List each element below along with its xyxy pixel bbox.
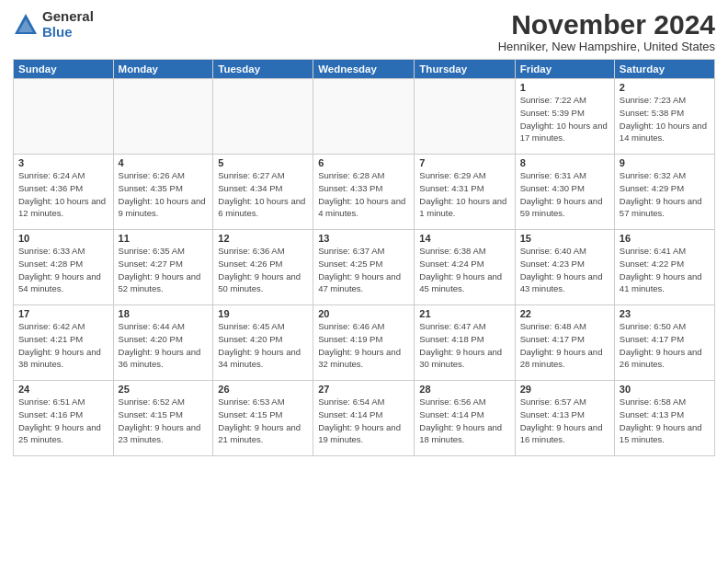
day-number: 15 [520,233,609,244]
day-info: Sunrise: 6:31 AMSunset: 4:30 PMDaylight:… [520,169,609,220]
day-info: Sunrise: 6:36 AMSunset: 4:26 PMDaylight:… [218,245,308,295]
calendar-cell: 8Sunrise: 6:31 AMSunset: 4:30 PMDaylight… [515,155,614,230]
info-line: Sunset: 4:20 PM [218,333,308,346]
day-info: Sunrise: 6:46 AMSunset: 4:19 PMDaylight:… [318,320,409,371]
info-line: Daylight: 9 hours and 26 minutes. [620,346,710,372]
day-number: 21 [419,308,509,319]
info-line: Daylight: 9 hours and 34 minutes. [218,346,308,372]
calendar-cell: 26Sunrise: 6:53 AMSunset: 4:15 PMDayligh… [213,381,313,456]
info-line: Sunset: 4:18 PM [419,333,509,346]
calendar-cell: 11Sunrise: 6:35 AMSunset: 4:27 PMDayligh… [113,230,213,305]
info-line: Sunset: 4:14 PM [318,408,409,421]
info-line: Sunrise: 6:40 AM [520,245,609,258]
day-number: 2 [620,82,710,93]
info-line: Daylight: 9 hours and 54 minutes. [18,270,108,296]
calendar-cell: 24Sunrise: 6:51 AMSunset: 4:16 PMDayligh… [14,381,114,456]
day-number: 13 [318,233,409,244]
info-line: Sunset: 5:39 PM [520,107,609,120]
calendar: Sunday Monday Tuesday Wednesday Thursday… [13,59,715,456]
info-line: Sunset: 4:15 PM [119,408,209,421]
info-line: Sunrise: 6:57 AM [520,396,609,408]
info-line: Daylight: 10 hours and 14 minutes. [620,120,710,145]
day-info: Sunrise: 6:40 AMSunset: 4:23 PMDaylight:… [520,245,609,295]
calendar-week-5: 24Sunrise: 6:51 AMSunset: 4:16 PMDayligh… [14,381,715,456]
day-info: Sunrise: 6:50 AMSunset: 4:17 PMDaylight:… [620,320,710,371]
calendar-week-3: 10Sunrise: 6:33 AMSunset: 4:28 PMDayligh… [14,230,715,305]
day-number: 1 [520,82,609,93]
info-line: Daylight: 10 hours and 1 minute. [419,195,509,221]
calendar-cell: 16Sunrise: 6:41 AMSunset: 4:22 PMDayligh… [614,230,714,305]
info-line: Sunrise: 6:33 AM [18,245,108,258]
info-line: Sunrise: 6:45 AM [218,320,308,333]
info-line: Sunset: 4:22 PM [620,258,710,270]
day-number: 20 [318,308,409,319]
info-line: Daylight: 9 hours and 36 minutes. [119,346,209,372]
info-line: Daylight: 9 hours and 50 minutes. [218,270,308,296]
info-line: Daylight: 9 hours and 32 minutes. [318,346,409,372]
calendar-cell: 27Sunrise: 6:54 AMSunset: 4:14 PMDayligh… [313,381,415,456]
info-line: Sunrise: 6:53 AM [218,396,308,408]
col-friday: Friday [515,60,614,79]
calendar-cell: 30Sunrise: 6:58 AMSunset: 4:13 PMDayligh… [614,381,714,456]
info-line: Daylight: 9 hours and 19 minutes. [318,421,409,447]
day-number: 26 [218,384,308,395]
col-wednesday: Wednesday [313,60,415,79]
calendar-week-1: 1Sunrise: 7:22 AMSunset: 5:39 PMDaylight… [14,79,715,155]
location-title: Henniker, New Hampshire, United States [498,40,715,53]
calendar-cell [213,79,313,155]
calendar-cell: 6Sunrise: 6:28 AMSunset: 4:33 PMDaylight… [313,155,415,230]
page: General Blue November 2024 Henniker, New… [0,0,728,465]
info-line: Sunset: 4:27 PM [119,258,209,270]
day-number: 25 [119,384,209,395]
calendar-cell [113,79,213,155]
calendar-cell: 13Sunrise: 6:37 AMSunset: 4:25 PMDayligh… [313,230,415,305]
day-info: Sunrise: 6:44 AMSunset: 4:20 PMDaylight:… [119,320,209,371]
calendar-cell: 10Sunrise: 6:33 AMSunset: 4:28 PMDayligh… [14,230,114,305]
info-line: Sunrise: 6:35 AM [119,245,209,258]
info-line: Daylight: 9 hours and 59 minutes. [520,195,609,221]
info-line: Sunset: 4:35 PM [119,182,209,195]
info-line: Sunset: 4:28 PM [18,258,108,270]
day-info: Sunrise: 7:23 AMSunset: 5:38 PMDaylight:… [620,94,710,144]
day-info: Sunrise: 6:45 AMSunset: 4:20 PMDaylight:… [218,320,308,371]
day-number: 8 [520,157,609,168]
info-line: Sunrise: 6:58 AM [620,396,710,408]
info-line: Sunset: 4:20 PM [119,333,209,346]
info-line: Daylight: 9 hours and 25 minutes. [18,421,108,447]
day-number: 17 [18,308,108,319]
info-line: Sunrise: 6:36 AM [218,245,308,258]
info-line: Sunrise: 6:32 AM [620,169,710,182]
calendar-cell: 4Sunrise: 6:26 AMSunset: 4:35 PMDaylight… [113,155,213,230]
info-line: Sunset: 4:36 PM [18,182,108,195]
calendar-cell: 18Sunrise: 6:44 AMSunset: 4:20 PMDayligh… [113,305,213,381]
calendar-cell: 9Sunrise: 6:32 AMSunset: 4:29 PMDaylight… [614,155,714,230]
info-line: Sunset: 5:38 PM [620,107,710,120]
info-line: Daylight: 9 hours and 41 minutes. [620,270,710,296]
logo-general: General [42,9,94,25]
day-number: 12 [218,233,308,244]
day-number: 4 [119,157,209,168]
logo-blue: Blue [42,25,94,40]
day-info: Sunrise: 6:52 AMSunset: 4:15 PMDaylight:… [119,396,209,446]
info-line: Sunset: 4:24 PM [419,258,509,270]
info-line: Sunrise: 7:22 AM [520,94,609,107]
info-line: Sunset: 4:14 PM [419,408,509,421]
calendar-cell [415,79,515,155]
col-monday: Monday [113,60,213,79]
info-line: Sunset: 4:30 PM [520,182,609,195]
day-number: 29 [520,384,609,395]
info-line: Sunset: 4:17 PM [620,333,710,346]
info-line: Sunset: 4:15 PM [218,408,308,421]
info-line: Sunrise: 6:29 AM [419,169,509,182]
day-number: 6 [318,157,409,168]
info-line: Daylight: 9 hours and 45 minutes. [419,270,509,296]
day-number: 11 [119,233,209,244]
logo-icon [13,12,39,38]
info-line: Sunset: 4:25 PM [318,258,409,270]
day-number: 3 [18,157,108,168]
day-info: Sunrise: 6:57 AMSunset: 4:13 PMDaylight:… [520,396,609,446]
day-number: 10 [18,233,108,244]
calendar-cell: 28Sunrise: 6:56 AMSunset: 4:14 PMDayligh… [415,381,515,456]
info-line: Sunrise: 6:31 AM [520,169,609,182]
calendar-cell: 15Sunrise: 6:40 AMSunset: 4:23 PMDayligh… [515,230,614,305]
